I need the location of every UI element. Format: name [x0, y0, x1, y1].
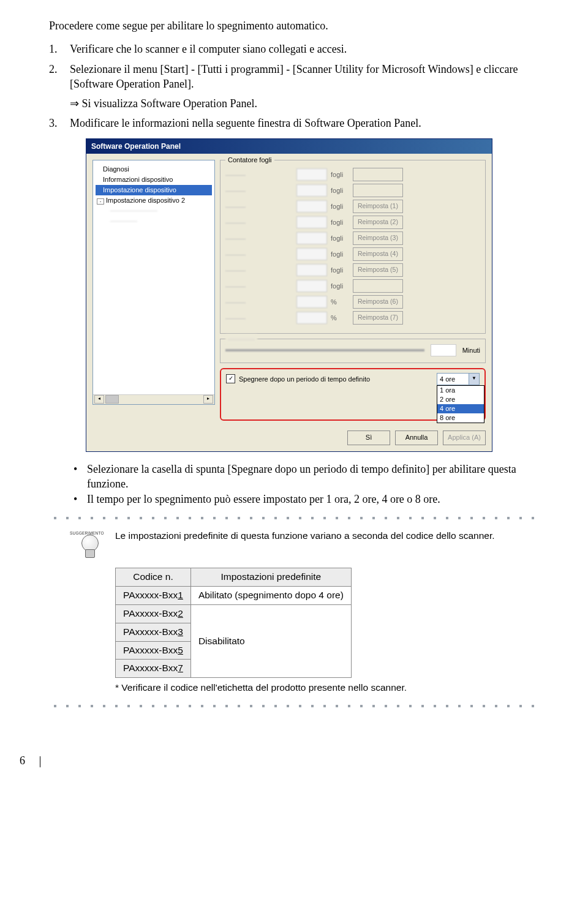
counter-label-blurred: ———: [225, 218, 293, 227]
table-cell-value: Disabilitato: [190, 604, 351, 678]
counter-value: [296, 264, 327, 276]
counter-row: ———fogli: [225, 168, 480, 181]
intro-text: Procedere come segue per abilitare lo sp…: [49, 18, 539, 33]
step-2: 2. Selezionare il menu [Start] - [Tutti …: [49, 62, 539, 92]
dropdown-list[interactable]: 1 ora 2 ore 4 ore 8 ore: [437, 385, 484, 423]
reset-button[interactable]: Reimposta (3): [353, 231, 403, 245]
sop-window: Software Operation Panel Diagnosi Inform…: [86, 138, 492, 452]
counter-label-blurred: ———: [225, 266, 293, 275]
table-cell-code: PAxxxxx-Bxx5: [116, 641, 191, 660]
counter-row: ———fogliReimposta (4): [225, 247, 480, 261]
reset-button[interactable]: Reimposta (4): [353, 247, 403, 261]
step-text: Verificare che lo scanner e il computer …: [70, 42, 539, 56]
counter-unit: %: [331, 298, 349, 307]
counter-row: ———fogliReimposta (2): [225, 216, 480, 229]
table-cell-code: PAxxxxx-Bxx1: [116, 586, 191, 604]
apply-button[interactable]: Applica (A): [443, 431, 486, 445]
reset-button: [353, 279, 403, 293]
step-text: Selezionare il menu [Start] - [Tutti i p…: [70, 62, 539, 92]
tip-text: Le impostazioni predefinite di questa fu…: [115, 530, 495, 543]
counter-row: ———fogliReimposta (1): [225, 200, 480, 213]
reset-button: [353, 184, 403, 197]
reset-button[interactable]: Reimposta (5): [353, 263, 403, 277]
reset-button[interactable]: Reimposta (6): [353, 295, 403, 309]
reset-button[interactable]: Reimposta (1): [353, 200, 403, 213]
counter-unit: fogli: [331, 282, 349, 291]
chevron-down-icon[interactable]: ▼: [469, 374, 479, 385]
poweroff-dropdown[interactable]: 4 ore ▼ 1 ora 2 ore 4 ore 8 ore: [437, 373, 480, 385]
page-number: 6: [20, 754, 588, 767]
tree-scrollbar[interactable]: ◂ ▸: [93, 394, 214, 404]
table-cell-code: PAxxxxx-Bxx7: [116, 660, 191, 678]
settings-table: Codice n. Impostazioni predefinite PAxxx…: [115, 568, 352, 679]
ok-button[interactable]: Sì: [347, 431, 390, 445]
counter-unit: fogli: [331, 218, 349, 227]
scroll-right-icon[interactable]: ▸: [203, 395, 213, 404]
step-3: 3. Modificare le informazioni nella segu…: [49, 116, 539, 130]
counter-unit: fogli: [331, 170, 349, 179]
counter-value: [296, 280, 327, 292]
counter-row: ———%Reimposta (7): [225, 311, 480, 325]
counter-unit: fogli: [331, 202, 349, 211]
step-number: 1.: [49, 42, 61, 56]
counter-label-blurred: ———: [225, 298, 293, 307]
step-number: 2.: [49, 62, 61, 92]
counter-label-blurred: ———: [225, 314, 293, 323]
tree-panel[interactable]: Diagnosi Informazioni dispositivo Impost…: [92, 160, 215, 405]
tree-item-diagnosi[interactable]: Diagnosi: [96, 164, 212, 175]
counter-value: [296, 232, 327, 244]
counter-row: ———fogliReimposta (3): [225, 231, 480, 245]
bullet-item: • Il tempo per lo spegnimento può essere…: [74, 492, 539, 506]
reset-button[interactable]: Reimposta (2): [353, 216, 403, 229]
step-text: Modificare le informazioni nella seguent…: [70, 116, 539, 130]
tree-item-blurred: ———————: [96, 205, 212, 216]
tree-item-impostazione2[interactable]: - Impostazione dispositivo 2: [96, 195, 212, 206]
reset-button: [353, 168, 403, 181]
window-title: Software Operation Panel: [86, 139, 492, 154]
counter-label-blurred: ———: [225, 170, 293, 179]
counter-row: ———fogli: [225, 279, 480, 293]
counter-value: [296, 168, 327, 181]
counter-unit: fogli: [331, 186, 349, 195]
dd-option[interactable]: 8 ore: [437, 413, 484, 423]
minutes-unit: Minuti: [462, 346, 480, 355]
dotted-divider: [49, 704, 539, 708]
fieldset-legend-blurred: ————: [225, 334, 257, 344]
tree-item-impostazione[interactable]: Impostazione dispositivo: [96, 185, 212, 195]
counter-value: [296, 312, 327, 324]
minutes-slider[interactable]: [225, 349, 424, 352]
poweroff-checkbox[interactable]: ✓: [226, 374, 235, 383]
counter-unit: fogli: [331, 250, 349, 259]
dd-option[interactable]: 2 ore: [437, 395, 484, 404]
tree-item-info[interactable]: Informazioni dispositivo: [96, 175, 212, 185]
tree-item-blurred: ————: [96, 216, 212, 226]
table-header-code: Codice n.: [116, 568, 191, 586]
step-result: Si visualizza Software Operation Panel.: [70, 96, 539, 111]
step-1: 1. Verificare che lo scanner e il comput…: [49, 42, 539, 56]
energy-fieldset: ———— Minuti: [220, 339, 486, 363]
contatore-fieldset: Contatore fogli ———fogli———fogli———fogli…: [220, 160, 486, 334]
counter-unit: fogli: [331, 266, 349, 275]
counter-unit: %: [331, 314, 349, 323]
scroll-thumb[interactable]: [105, 395, 119, 404]
counter-value: [296, 216, 327, 228]
table-header-default: Impostazioni predefinite: [190, 568, 351, 586]
cancel-button[interactable]: Annulla: [395, 431, 438, 445]
tip-bulb-icon: SUGGERIMENTO: [74, 530, 105, 562]
reset-button[interactable]: Reimposta (7): [353, 311, 403, 325]
minutes-value: [431, 344, 456, 356]
counter-label-blurred: ———: [225, 250, 293, 259]
dd-option[interactable]: 1 ora: [437, 386, 484, 395]
counter-row: ———fogli: [225, 184, 480, 197]
dotted-divider: [49, 516, 539, 520]
counter-unit: fogli: [331, 234, 349, 243]
scroll-left-icon[interactable]: ◂: [94, 395, 104, 404]
highlight-box: ✓ Spegnere dopo un periodo di tempo defi…: [220, 368, 486, 421]
counter-row: ———fogliReimposta (5): [225, 263, 480, 277]
poweroff-checkbox-label: Spegnere dopo un periodo di tempo defini…: [239, 375, 370, 384]
counter-value: [296, 184, 327, 197]
counter-label-blurred: ———: [225, 234, 293, 243]
counter-label-blurred: ———: [225, 186, 293, 195]
dd-option[interactable]: 4 ore: [437, 404, 484, 413]
counter-row: ———%Reimposta (6): [225, 295, 480, 309]
